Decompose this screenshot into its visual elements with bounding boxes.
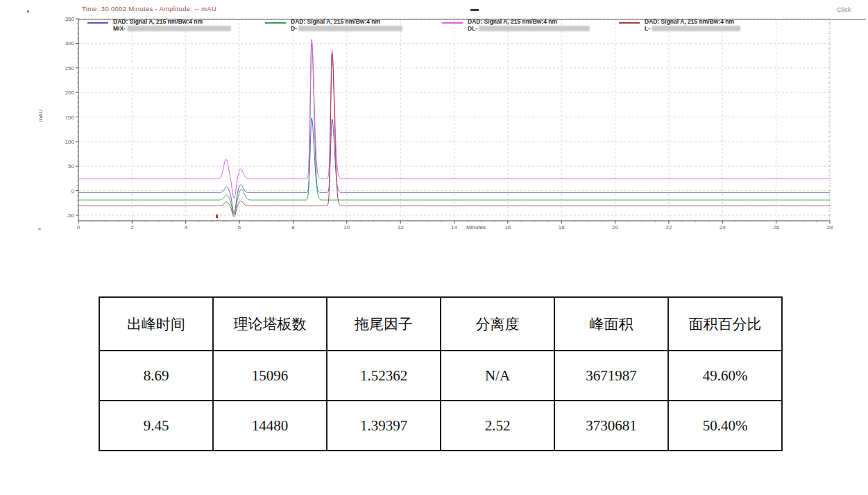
table-row: 8.69150961.52362N/A367198749.60% <box>99 351 782 401</box>
table-cell: 8.69 <box>99 351 213 401</box>
tick-label: 150 <box>65 115 75 121</box>
legend-entry: DAD: Signal A, 215 nm/Bw:4 nm DL- <box>442 19 590 32</box>
table-cell: 1.39397 <box>327 401 441 451</box>
table-cell: 1.52362 <box>327 351 441 401</box>
tick-label: 24 <box>720 224 726 230</box>
table-cell: 15096 <box>213 351 327 401</box>
results-table: 出峰时间理论塔板数拖尾因子分离度峰面积面积百分比 8.69150961.5236… <box>99 296 783 451</box>
redacted-text <box>479 26 590 31</box>
table-header-row: 出峰时间理论塔板数拖尾因子分离度峰面积面积百分比 <box>99 297 782 351</box>
legend-entry: DAD: Signal A, 215 nm/Bw:4 nm MIX- <box>87 19 231 32</box>
tick-label: 200 <box>65 90 75 96</box>
tick-label: 20 <box>612 224 618 230</box>
tick-label: 4 <box>184 224 187 230</box>
tick-label: 8 <box>291 224 295 230</box>
tick-label: 350 <box>65 16 75 22</box>
tick-label: 0 <box>77 224 80 230</box>
redacted-text <box>652 26 740 31</box>
table-cell: 3671987 <box>554 351 668 401</box>
tick-label: 16 <box>504 224 511 230</box>
tick-label: 100 <box>65 139 75 145</box>
tick-label: 22 <box>665 224 672 230</box>
tick-label: 18 <box>559 224 565 230</box>
series-color-swatch <box>265 22 286 24</box>
table-row: 9.45144801.393972.52373068150.40% <box>99 401 782 451</box>
tick-label: 50 <box>68 163 74 169</box>
legend-sample-name: D- <box>291 26 297 33</box>
table-header-cell: 峰面积 <box>554 297 668 351</box>
injection-event-marker <box>216 215 218 218</box>
series-color-swatch <box>87 22 108 24</box>
legend-signal-label: DAD: Signal A, 215 nm/Bw:4 nm <box>291 19 402 26</box>
chromatogram-plot[interactable]: -500501001502002503003500246810121416182… <box>0 0 868 243</box>
tick-label: 12 <box>398 224 404 230</box>
tick-label: 2 <box>130 224 134 230</box>
redacted-text <box>298 26 402 31</box>
table-header-cell: 分离度 <box>441 297 554 351</box>
legend-sample-name: DL- <box>468 26 477 33</box>
legend-sample-name: L- <box>645 26 650 33</box>
tick-label: 300 <box>65 40 75 47</box>
tick-label: 26 <box>773 224 779 230</box>
table-cell: 50.40% <box>668 401 782 451</box>
peak-results-table: 出峰时间理论塔板数拖尾因子分离度峰面积面积百分比 8.69150961.5236… <box>99 296 783 451</box>
legend-entry: DAD: Signal A, 215 nm/Bw:4 nm D- <box>265 19 402 32</box>
tick-label: 10 <box>343 224 350 230</box>
table-header-cell: 出峰时间 <box>99 297 213 351</box>
table-header-cell: 拖尾因子 <box>327 297 441 351</box>
tick-label: 0 <box>71 188 75 194</box>
redacted-text <box>127 26 231 31</box>
table-cell: 3730681 <box>554 401 668 451</box>
legend-signal-label: DAD: Signal A, 215 nm/Bw:4 nm <box>113 19 231 26</box>
legend-entry: DAD: Signal A, 215 nm/Bw:4 nm L- <box>619 19 740 32</box>
series-color-swatch <box>619 22 640 24</box>
y-axis-label: mAU <box>37 110 44 122</box>
series-color-swatch <box>442 22 463 24</box>
table-cell: N/A <box>441 351 554 401</box>
x-axis-label: Minutes <box>466 224 486 230</box>
table-cell: 14480 <box>213 401 327 451</box>
tick-label: 28 <box>827 224 833 230</box>
tick-label: 6 <box>238 224 241 230</box>
table-header-cell: 面积百分比 <box>668 297 782 351</box>
tick-label: 14 <box>451 224 457 230</box>
table-cell: 2.52 <box>441 401 554 451</box>
tick-label: 250 <box>65 65 75 72</box>
legend-signal-label: DAD: Signal A, 215 nm/Bw:4 nm <box>468 19 590 26</box>
table-cell: 9.45 <box>99 401 213 451</box>
table-header-cell: 理论塔板数 <box>213 297 327 351</box>
table-cell: 49.60% <box>668 351 782 401</box>
legend-sample-name: MIX- <box>113 26 126 33</box>
tick-label: -50 <box>66 212 74 219</box>
legend-signal-label: DAD: Signal A, 215 nm/Bw:4 nm <box>645 19 740 26</box>
